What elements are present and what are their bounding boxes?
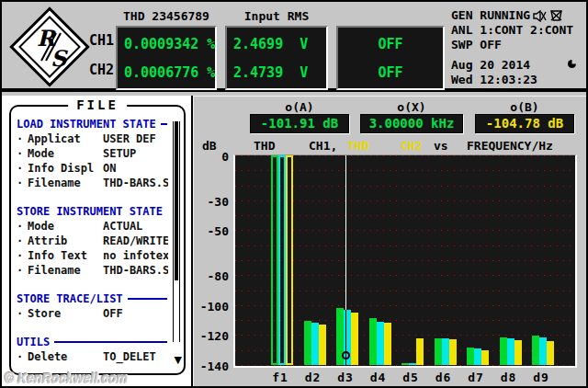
thd-display-header: THD 23456789 xyxy=(116,9,217,23)
scrollbar-thumb[interactable] xyxy=(175,121,178,280)
bar-f1-mid xyxy=(278,155,286,365)
menu-item-store[interactable]: ·StoreOFF xyxy=(17,306,168,321)
menu-section-header: LOAD INSTRUMENT STATE xyxy=(17,117,168,131)
thd-ch1-value: 0.0009342 % xyxy=(124,30,215,59)
menu-item-filename[interactable]: ·FilenameTHD-BARS.SA xyxy=(17,176,168,190)
bar-d7-mid xyxy=(474,348,481,365)
cursor-a-label: o(A) xyxy=(250,100,349,114)
bar-d5-ch2 xyxy=(416,338,424,365)
bar-d6-ch2 xyxy=(449,339,457,365)
menu-item-attrib[interactable]: ·AttribREAD/WRITE xyxy=(17,234,168,248)
bar-d3-ch2 xyxy=(351,313,358,365)
y-tick-label: -140 xyxy=(194,359,229,373)
menu-item-info-displ[interactable]: ·Info DisplON xyxy=(17,161,168,176)
channel-2-label: CH2 xyxy=(89,62,114,78)
bar-d5-ch1 xyxy=(401,363,409,365)
generator-status: GEN RUNNING xyxy=(451,8,530,23)
cursor-x-label: o(X) xyxy=(360,100,463,114)
chart-panel: o(A) -101.91 dB o(X) 3.00000 kHz o(B) -1… xyxy=(191,96,586,386)
file-panel: FILE LOAD INSTRUMENT STATE·ApplicatUSER … xyxy=(9,105,186,375)
input-rms-ch2-value: 2.4739 V xyxy=(233,59,326,87)
time-text: Wed 12:03:23 xyxy=(451,73,537,87)
bar-d4-ch2 xyxy=(384,323,391,365)
cursor-b-label: o(B) xyxy=(475,100,574,114)
gridline xyxy=(235,365,575,366)
status-block: GEN RUNNING ANL 1:CONT 2:CONT SWP OFF Au… xyxy=(451,8,573,87)
y-tick-label: -100 xyxy=(194,300,229,314)
bar-d2-ch1 xyxy=(304,321,311,365)
bar-f1-ch2 xyxy=(286,155,293,365)
trace2-type: THD xyxy=(347,139,368,153)
x-tick-label-d7: d7 xyxy=(460,371,492,384)
cursor-a-value: -101.91 dB xyxy=(250,114,349,133)
menu-section-header: UTILS xyxy=(17,335,168,349)
top-status-bar: R S CH1 CH2 THD 23456789 0.0009342 % 0.0… xyxy=(2,2,586,92)
input-rms-ch1-value: 2.4699 V xyxy=(233,30,326,59)
bar-f1-ch1 xyxy=(271,155,278,365)
x-tick-label-d3: d3 xyxy=(330,371,361,384)
menu-section-header: STORE INSTRUMENT STATE xyxy=(17,204,168,219)
x-tick-label-d8: d8 xyxy=(493,371,525,384)
vs-label: vs xyxy=(434,139,448,153)
trace1-channel: CH1, xyxy=(309,139,337,153)
x-axis-label: FREQUENCY/Hz xyxy=(467,139,553,153)
thd-display: 0.0009342 % 0.0006776 % xyxy=(116,26,217,90)
aux-ch2-value: OFF xyxy=(338,59,443,87)
aux-ch1-value: OFF xyxy=(338,30,443,59)
section-rule xyxy=(161,123,167,125)
bar-d2-mid xyxy=(311,323,319,365)
y-tick-label: -120 xyxy=(194,329,229,343)
busy-clock-icon xyxy=(567,59,577,69)
sweep-status: SWP OFF xyxy=(451,38,502,52)
bar-d9-ch1 xyxy=(532,336,539,365)
menu-item-info-text[interactable]: ·Info Textno infotext xyxy=(17,248,168,263)
watermark: © KenRockwell.com xyxy=(5,371,128,385)
section-rule xyxy=(54,341,167,343)
bar-d6-ch1 xyxy=(435,338,442,365)
x-tick-label-f1: f1 xyxy=(265,371,296,384)
x-tick-label-d5: d5 xyxy=(395,371,426,384)
menu-item-mode[interactable]: ·ModeSETUP xyxy=(17,146,168,161)
analyzer-status: ANL 1:CONT 2:CONT xyxy=(451,23,573,38)
rs-logo: R S xyxy=(7,5,92,89)
x-tick-label-d9: d9 xyxy=(526,371,557,384)
cursor-b-value: -104.78 dB xyxy=(475,114,574,133)
bar-d5-mid xyxy=(409,363,416,365)
trace1-type: THD xyxy=(254,139,275,153)
menu-item-filename[interactable]: ·FilenameTHD-BARS.SA xyxy=(17,263,168,278)
input-rms-display: 2.4699 V 2.4739 V xyxy=(225,26,328,90)
cursor-marker-icon[interactable] xyxy=(342,351,350,359)
scroll-down-icon[interactable]: ▼ xyxy=(175,354,182,366)
file-panel-scrollbar[interactable] xyxy=(173,121,180,342)
main-area: FILE LOAD INSTRUMENT STATE·ApplicatUSER … xyxy=(2,96,586,386)
date-text: Aug 20 2014 xyxy=(451,58,530,73)
x-tick-label-d6: d6 xyxy=(428,371,459,384)
bar-d4-mid xyxy=(377,322,384,365)
file-menu: LOAD INSTRUMENT STATE·ApplicatUSER DEF·M… xyxy=(17,117,168,368)
cursor-x-value: 3.00000 kHz xyxy=(360,114,463,133)
input-rms-header: Input RMS xyxy=(225,9,328,23)
speaker-muted-icon xyxy=(533,10,547,22)
section-rule xyxy=(128,298,167,300)
menu-item-mode[interactable]: ·ModeACTUAL xyxy=(17,219,168,234)
x-tick-label-d2: d2 xyxy=(298,371,329,384)
bar-d4-ch1 xyxy=(369,318,377,365)
plot-area xyxy=(233,154,577,368)
menu-item-delete[interactable]: ·DeleteTO_DELET xyxy=(17,349,168,364)
y-tick-label: 0 xyxy=(194,150,229,164)
aux-display: OFF OFF xyxy=(336,26,445,90)
y-tick-label: -50 xyxy=(194,224,229,238)
menu-section-header: STORE TRACE/LIST xyxy=(17,291,168,306)
x-tick-label-d4: d4 xyxy=(363,371,394,384)
menu-item-applicat[interactable]: ·ApplicatUSER DEF xyxy=(17,131,168,146)
instrument-screen: R S CH1 CH2 THD 23456789 0.0009342 % 0.0… xyxy=(0,0,588,388)
rs-logo-letter-s: S xyxy=(51,45,66,72)
trace2-channel: CH2 xyxy=(401,139,422,153)
bar-d2-ch2 xyxy=(319,325,326,365)
bar-d8-mid xyxy=(507,338,514,365)
channel-1-label: CH1 xyxy=(89,32,114,49)
file-panel-title: FILE xyxy=(68,97,127,112)
thd-ch2-value: 0.0006776 % xyxy=(124,59,215,87)
bar-d8-ch2 xyxy=(514,340,522,365)
bar-d9-ch2 xyxy=(547,341,554,365)
